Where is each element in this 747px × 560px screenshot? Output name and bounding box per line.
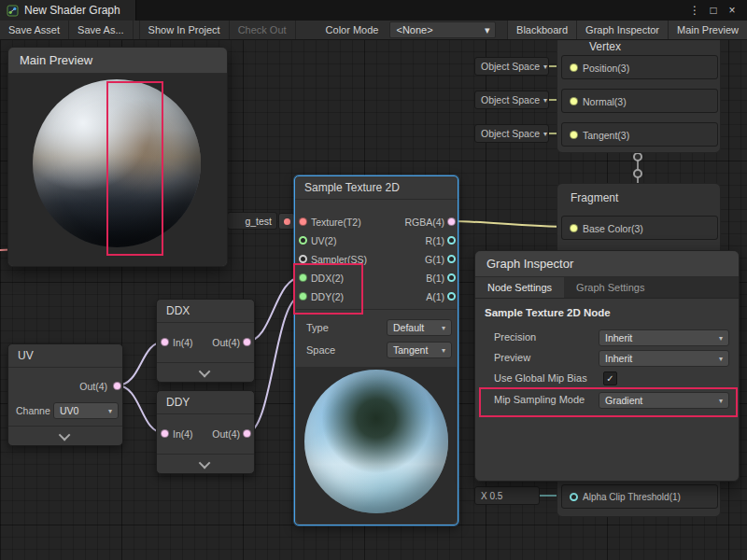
precision-dropdown[interactable]: Inherit▾ <box>599 329 729 346</box>
main-preview-toggle[interactable]: Main Preview <box>668 21 747 39</box>
highlight-mip-sampling-mode <box>479 387 738 417</box>
global-mip-bias-label: Use Global Mip Bias <box>494 372 587 384</box>
maximize-icon[interactable]: □ <box>704 4 723 17</box>
uv-channel-dropdown[interactable]: UV0▾ <box>53 402 119 419</box>
texture-property-node[interactable]: g_test <box>227 212 277 230</box>
uv-node[interactable]: UV Out(4) Channe UV0▾ <box>7 343 123 446</box>
vertex-context-block[interactable]: Vertex Position(3) Normal(3) Tangent(3) <box>557 32 721 153</box>
vertex-row-tangent[interactable]: Tangent(3) <box>561 122 718 147</box>
g-output-label: G(1) <box>425 253 444 266</box>
ddx-in-label: In(4) <box>173 336 193 349</box>
inspector-tab-bar: Node Settings Graph Settings <box>475 277 739 299</box>
tab-title: New Shader Graph <box>24 4 120 17</box>
ddy-out-port[interactable] <box>243 429 251 438</box>
normal-space-dropdown[interactable]: Object Space▾ <box>474 91 549 109</box>
normal-port[interactable] <box>570 97 578 105</box>
ddy-in-label: In(4) <box>173 427 193 441</box>
alphaclip-label: Alpha Clip Threshold(1) <box>583 491 681 504</box>
graph-inspector-panel: Graph Inspector Node Settings Graph Sett… <box>474 250 740 482</box>
tab-graph-settings[interactable]: Graph Settings <box>564 277 656 298</box>
sample-texture-2d-node[interactable]: Sample Texture 2D Texture(T2) UV(2) Samp… <box>294 175 458 525</box>
tangent-label: Tangent(3) <box>583 129 629 142</box>
inspector-node-heading: Sample Texture 2D Node <box>485 307 611 318</box>
shader-graph-tab[interactable]: New Shader Graph <box>0 0 136 21</box>
space-label: Space <box>306 343 335 357</box>
title-bar: New Shader Graph ⋮ □ × <box>0 0 747 21</box>
uv-input-label: UV(2) <box>311 234 336 247</box>
tangent-port[interactable] <box>570 131 578 139</box>
ddy-node[interactable]: DDY In(4) Out(4) <box>156 390 255 474</box>
chevron-down-icon: ▾ <box>442 324 445 332</box>
space-dropdown[interactable]: Tangent▾ <box>387 342 452 358</box>
toolbar-toggles: Blackboard Graph Inspector Main Preview <box>507 21 747 39</box>
color-mode-label: Color Mode <box>320 21 385 39</box>
b-output-label: B(1) <box>426 272 444 285</box>
ddy-out-label: Out(4) <box>212 427 240 441</box>
r-output-port[interactable] <box>447 236 456 245</box>
shader-graph-icon <box>7 5 19 17</box>
chevron-down-icon: ▾ <box>485 24 490 36</box>
a-output-port[interactable] <box>447 292 456 301</box>
ddy-in-port[interactable] <box>161 429 169 438</box>
uv-collapse-chevron[interactable] <box>8 426 122 445</box>
position-space-dropdown[interactable]: Object Space▾ <box>474 57 549 76</box>
r-output-label: R(1) <box>426 234 444 247</box>
graph-inspector-header[interactable]: Graph Inspector <box>475 251 739 277</box>
uv-out-port[interactable] <box>113 382 121 390</box>
texture-property-port[interactable] <box>278 213 295 230</box>
precision-label: Precision <box>494 331 536 343</box>
texture-port-dot <box>284 218 290 225</box>
sampler-input-port[interactable] <box>299 255 307 263</box>
tangent-space-dropdown[interactable]: Object Space▾ <box>474 124 549 143</box>
close-icon[interactable]: × <box>723 4 741 17</box>
fragment-row-basecolor[interactable]: Base Color(3) <box>561 216 718 240</box>
chevron-down-icon: ▾ <box>543 96 547 105</box>
chevron-down-icon: ▾ <box>108 407 112 415</box>
normal-label: Normal(3) <box>583 95 627 108</box>
save-as-button[interactable]: Save As... <box>69 21 134 39</box>
ddx-out-port[interactable] <box>243 338 251 346</box>
blackboard-toggle[interactable]: Blackboard <box>507 21 576 39</box>
ddy-node-title: DDY <box>157 391 254 414</box>
ddx-node[interactable]: DDX In(4) Out(4) <box>156 299 255 383</box>
graph-inspector-toggle[interactable]: Graph Inspector <box>576 21 668 39</box>
ddx-in-port[interactable] <box>161 338 169 346</box>
ddy-collapse-chevron[interactable] <box>157 454 254 473</box>
uv-out-label: Out(4) <box>79 380 107 393</box>
show-in-project-button[interactable]: Show In Project <box>139 21 230 39</box>
g-output-port[interactable] <box>447 255 456 263</box>
fragment-row-alphaclip[interactable]: Alpha Clip Threshold(1) <box>561 484 718 509</box>
type-dropdown[interactable]: Default▾ <box>387 319 452 336</box>
alphaclip-value-field[interactable]: X 0.5 <box>474 486 540 505</box>
node-preview-sphere <box>304 370 448 513</box>
save-asset-button[interactable]: Save Asset <box>0 21 69 39</box>
sample-texture-2d-title: Sample Texture 2D <box>295 176 458 200</box>
position-port[interactable] <box>570 63 578 72</box>
basecolor-port[interactable] <box>570 224 578 232</box>
more-menu-icon[interactable]: ⋮ <box>685 4 704 17</box>
toolbar: Save Asset Save As... Show In Project Ch… <box>0 21 747 40</box>
vertex-row-normal[interactable]: Normal(3) <box>561 89 718 113</box>
main-preview-header[interactable]: Main Preview <box>8 48 227 74</box>
vertex-title: Vertex <box>589 40 621 53</box>
uv-node-title: UV <box>8 344 122 368</box>
type-label: Type <box>306 321 329 334</box>
window-controls: ⋮ □ × <box>685 0 747 21</box>
b-output-port[interactable] <box>447 273 456 282</box>
ddx-out-label: Out(4) <box>212 336 240 349</box>
check-out-button[interactable]: Check Out <box>230 21 296 39</box>
global-mip-bias-checkbox[interactable]: ✓ <box>603 371 617 385</box>
chevron-down-icon: ▾ <box>442 346 445 355</box>
ddx-collapse-chevron[interactable] <box>157 362 254 382</box>
vertex-row-position[interactable]: Position(3) <box>561 55 718 79</box>
preview-dropdown[interactable]: Inherit▾ <box>599 350 729 367</box>
uv-input-port[interactable] <box>299 236 307 245</box>
alphaclip-port[interactable] <box>570 493 578 501</box>
chevron-down-icon <box>198 365 210 377</box>
tab-node-settings[interactable]: Node Settings <box>475 277 564 298</box>
chevron-down-icon: ▾ <box>543 63 547 71</box>
position-label: Position(3) <box>583 62 629 75</box>
texture-input-port[interactable] <box>299 217 307 226</box>
color-mode-dropdown[interactable]: <None> ▾ <box>389 21 496 38</box>
rgba-output-port[interactable] <box>447 217 456 226</box>
